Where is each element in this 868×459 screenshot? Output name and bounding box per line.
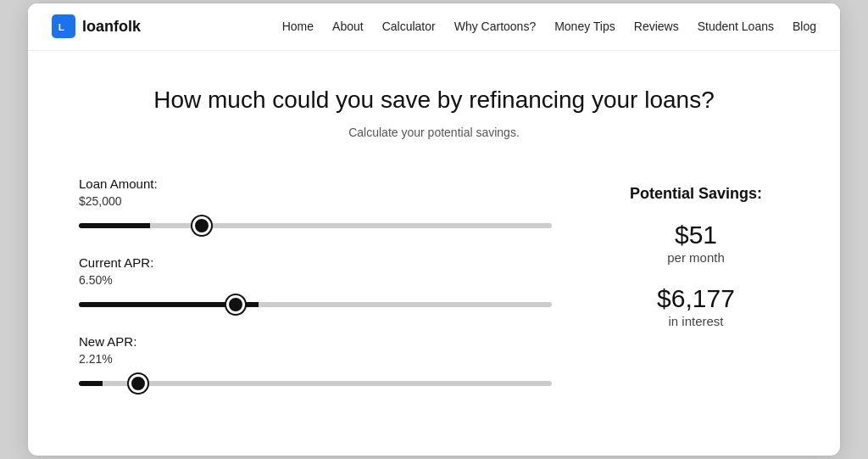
logo-icon: L	[52, 14, 75, 38]
nav-link-money-tips[interactable]: Money Tips	[554, 20, 615, 33]
nav-link-blog[interactable]: Blog	[793, 20, 816, 33]
nav-link-calculator[interactable]: Calculator	[382, 20, 436, 33]
nav-item-reviews[interactable]: Reviews	[634, 19, 679, 34]
app-window: L loanfolk Home About Calculator Why Car…	[27, 3, 841, 456]
nav-item-calculator[interactable]: Calculator	[382, 19, 436, 34]
nav-item-money-tips[interactable]: Money Tips	[554, 19, 615, 34]
nav-links: Home About Calculator Why Cartoons? Mone…	[282, 19, 816, 34]
logo[interactable]: L loanfolk	[52, 14, 141, 38]
calculator-area: Loan Amount: $25,000 Current APR: 6.50% …	[79, 176, 789, 413]
nav-item-about[interactable]: About	[332, 19, 364, 34]
hero-title: How much could you save by refinancing y…	[79, 85, 789, 115]
nav-link-student-loans[interactable]: Student Loans	[698, 20, 774, 33]
monthly-savings-label: per month	[603, 250, 789, 265]
nav-item-student-loans[interactable]: Student Loans	[698, 19, 774, 34]
nav-item-home[interactable]: Home	[282, 19, 314, 34]
loan-amount-value: $25,000	[79, 194, 552, 208]
navbar: L loanfolk Home About Calculator Why Car…	[28, 3, 840, 51]
loan-amount-slider[interactable]	[79, 223, 552, 228]
interest-savings-amount: $6,177	[603, 283, 789, 314]
main-content: How much could you save by refinancing y…	[28, 51, 840, 456]
svg-text:L: L	[58, 21, 64, 32]
nav-link-reviews[interactable]: Reviews	[634, 20, 679, 33]
new-apr-value: 2.21%	[79, 352, 552, 366]
logo-svg: L	[56, 19, 71, 34]
loan-amount-label: Loan Amount:	[79, 176, 552, 191]
nav-link-home[interactable]: Home	[282, 20, 314, 33]
new-apr-group: New APR: 2.21%	[79, 334, 552, 389]
nav-link-why-cartoons[interactable]: Why Cartoons?	[454, 20, 536, 33]
results-panel: Potential Savings: $51 per month $6,177 …	[603, 176, 789, 347]
results-title: Potential Savings:	[603, 185, 789, 203]
interest-savings-label: in interest	[603, 314, 789, 328]
monthly-savings-amount: $51	[603, 220, 789, 250]
new-apr-slider[interactable]	[79, 381, 552, 386]
nav-item-blog[interactable]: Blog	[793, 19, 816, 34]
current-apr-slider[interactable]	[79, 302, 552, 307]
hero-subtitle: Calculate your potential savings.	[79, 126, 789, 139]
current-apr-value: 6.50%	[79, 273, 552, 287]
new-apr-label: New APR:	[79, 334, 552, 349]
logo-text: loanfolk	[82, 18, 141, 36]
sliders-panel: Loan Amount: $25,000 Current APR: 6.50% …	[79, 176, 552, 413]
loan-amount-group: Loan Amount: $25,000	[79, 176, 552, 232]
current-apr-label: Current APR:	[79, 255, 552, 270]
nav-item-why-cartoons[interactable]: Why Cartoons?	[454, 19, 536, 34]
nav-link-about[interactable]: About	[332, 20, 364, 33]
current-apr-group: Current APR: 6.50%	[79, 255, 552, 311]
